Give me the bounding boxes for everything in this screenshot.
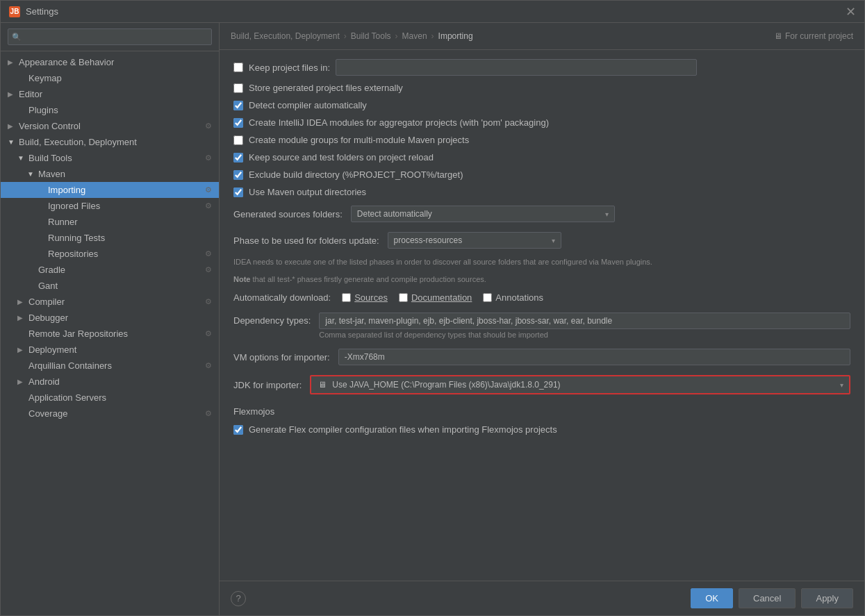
main-content: ▶ Appearance & Behavior Keymap ▶ Editor …	[1, 23, 864, 615]
use-maven-label[interactable]: Use Maven output directories	[249, 187, 366, 197]
flexmojos-title: Flexmojos	[233, 406, 850, 417]
use-maven-checkbox[interactable]	[233, 188, 243, 197]
documentation-checkbox[interactable]	[399, 293, 408, 302]
keep-source-row: Keep source and test folders on project …	[233, 149, 850, 166]
search-input[interactable]	[8, 28, 212, 45]
settings-icon: ⚙	[205, 409, 212, 418]
sidebar-item-ignored-files[interactable]: Ignored Files ⚙	[1, 198, 219, 214]
sidebar-item-remote-jar[interactable]: Remote Jar Repositories ⚙	[1, 326, 219, 342]
exclude-build-checkbox[interactable]	[233, 170, 243, 180]
detect-compiler-row: Detect compiler automatically	[233, 97, 850, 114]
search-box	[1, 23, 219, 51]
apply-button[interactable]: Apply	[801, 588, 853, 608]
vm-options-label: VM options for importer:	[233, 352, 330, 363]
vm-options-row: VM options for importer:	[233, 344, 850, 370]
keep-project-files-checkbox[interactable]	[233, 63, 243, 72]
sidebar-item-gant[interactable]: Gant	[1, 278, 219, 294]
annotations-checkbox[interactable]	[483, 293, 492, 302]
sidebar-item-plugins[interactable]: Plugins	[1, 102, 219, 118]
generate-flex-label[interactable]: Generate Flex compiler configuration fil…	[249, 424, 557, 435]
phase-note2-row: Note that all test-* phases firstly gene…	[233, 271, 850, 288]
sidebar-item-coverage[interactable]: Coverage ⚙	[1, 406, 219, 422]
exclude-build-row: Exclude build directory (%PROJECT_ROOT%/…	[233, 166, 850, 183]
keep-source-checkbox[interactable]	[233, 153, 243, 163]
sidebar-item-running-tests[interactable]: Running Tests	[1, 230, 219, 246]
sidebar-item-arquillian[interactable]: Arquillian Containers ⚙	[1, 358, 219, 374]
breadcrumb-maven: Maven	[402, 31, 427, 41]
sidebar: ▶ Appearance & Behavior Keymap ▶ Editor …	[1, 23, 220, 615]
detect-compiler-checkbox[interactable]	[233, 101, 243, 110]
dep-types-row: Dependency types: Comma separated list o…	[233, 308, 850, 344]
search-wrapper	[8, 28, 212, 45]
arrow-icon: ▼	[17, 154, 26, 162]
sources-checkbox[interactable]	[342, 293, 351, 302]
vm-options-input[interactable]	[338, 349, 850, 365]
detect-compiler-label[interactable]: Detect compiler automatically	[249, 100, 367, 110]
sources-option[interactable]: Sources	[342, 292, 388, 303]
generate-flex-checkbox[interactable]	[233, 425, 243, 435]
sidebar-item-deployment[interactable]: ▶ Deployment	[1, 342, 219, 358]
cancel-button[interactable]: Cancel	[739, 588, 796, 608]
jdk-dropdown[interactable]: 🖥 Use JAVA_HOME (C:\Program Files (x86)\…	[310, 375, 850, 394]
breadcrumb-build-tools: Build Tools	[351, 31, 391, 41]
auto-download-checkboxes: Sources Documentation Annotations	[342, 292, 543, 303]
exclude-build-label[interactable]: Exclude build directory (%PROJECT_ROOT%/…	[249, 169, 463, 180]
sidebar-item-compiler[interactable]: ▶ Compiler ⚙	[1, 294, 219, 310]
bottom-bar: ? OK Cancel Apply	[220, 581, 864, 615]
keep-project-files-label[interactable]: Keep project files in:	[249, 63, 330, 73]
sidebar-item-keymap[interactable]: Keymap	[1, 70, 219, 86]
ok-button[interactable]: OK	[691, 588, 733, 608]
help-button[interactable]: ?	[231, 591, 246, 606]
jdk-row: JDK for importer: 🖥 Use JAVA_HOME (C:\Pr…	[233, 370, 850, 399]
phase-note-row: IDEA needs to execute one of the listed …	[233, 253, 850, 271]
breadcrumb-importing: Importing	[438, 31, 473, 41]
sidebar-item-build-tools[interactable]: ▼ Build Tools ⚙	[1, 150, 219, 166]
settings-icon: ⚙	[205, 153, 212, 163]
create-module-groups-checkbox[interactable]	[233, 135, 243, 145]
create-intellij-label[interactable]: Create IntelliJ IDEA modules for aggrega…	[249, 117, 549, 128]
auto-download-row: Automatically download: Sources Document…	[233, 288, 850, 308]
sidebar-item-debugger[interactable]: ▶ Debugger	[1, 310, 219, 326]
store-generated-checkbox[interactable]	[233, 83, 243, 93]
sidebar-item-build-exec[interactable]: ▼ Build, Execution, Deployment	[1, 134, 219, 150]
create-module-groups-label[interactable]: Create module groups for multi-module Ma…	[249, 135, 469, 145]
breadcrumb-sep1: ›	[344, 31, 347, 41]
generated-sources-dropdown[interactable]: Detect automatically ▾	[351, 206, 615, 222]
phase-dropdown[interactable]: process-resources ▾	[388, 232, 561, 249]
right-panel: Build, Execution, Deployment › Build Too…	[220, 23, 864, 615]
settings-icon: ⚙	[205, 201, 212, 210]
close-button[interactable]: ✕	[846, 6, 856, 18]
sidebar-item-version-control[interactable]: ▶ Version Control ⚙	[1, 118, 219, 134]
generated-sources-row: Generated sources folders: Detect automa…	[233, 201, 850, 227]
sidebar-item-editor[interactable]: ▶ Editor	[1, 86, 219, 102]
arrow-icon: ▶	[8, 58, 16, 66]
sidebar-item-repositories[interactable]: Repositories ⚙	[1, 246, 219, 262]
settings-icon: ⚙	[205, 361, 212, 370]
sidebar-item-importing[interactable]: Importing ⚙	[1, 182, 219, 198]
settings-icon: ⚙	[205, 297, 212, 306]
sidebar-item-android[interactable]: ▶ Android	[1, 374, 219, 390]
dep-types-input-wrap: Comma separated list of dependency types…	[319, 313, 850, 339]
create-intellij-checkbox[interactable]	[233, 118, 243, 128]
sidebar-item-maven[interactable]: ▼ Maven	[1, 166, 219, 182]
sidebar-item-gradle[interactable]: Gradle ⚙	[1, 262, 219, 278]
documentation-option[interactable]: Documentation	[399, 292, 472, 303]
sidebar-item-runner[interactable]: Runner	[1, 214, 219, 230]
keep-project-files-input[interactable]	[336, 59, 697, 76]
dropdown-arrow-icon: ▾	[605, 210, 609, 218]
sidebar-item-app-servers[interactable]: Application Servers	[1, 390, 219, 406]
create-module-groups-row: Create module groups for multi-module Ma…	[233, 131, 850, 149]
settings-icon: ⚙	[205, 249, 212, 258]
arrow-icon: ▶	[17, 346, 26, 353]
sidebar-item-appearance[interactable]: ▶ Appearance & Behavior	[1, 54, 219, 70]
use-maven-row: Use Maven output directories	[233, 183, 850, 201]
annotations-option[interactable]: Annotations	[483, 292, 543, 303]
arrow-icon: ▶	[17, 378, 26, 385]
keep-project-files-row: Keep project files in:	[233, 56, 850, 79]
keep-source-label[interactable]: Keep source and test folders on project …	[249, 152, 434, 163]
settings-icon: ⚙	[205, 185, 212, 194]
auto-download-label: Automatically download:	[233, 292, 331, 303]
dep-types-input[interactable]	[319, 313, 850, 329]
store-generated-label[interactable]: Store generated project files externally	[249, 83, 403, 93]
settings-icon: ⚙	[205, 122, 212, 131]
